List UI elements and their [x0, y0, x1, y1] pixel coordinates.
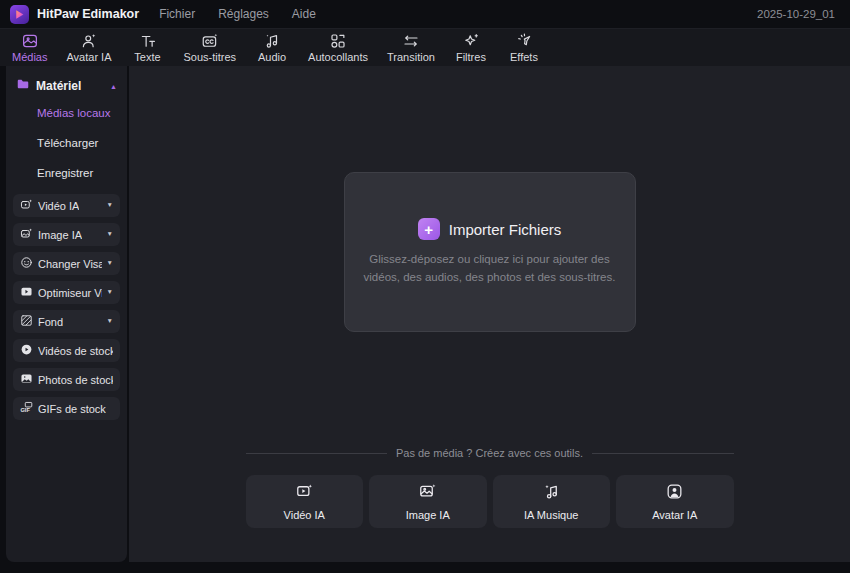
sidebar-item-label: Image IA [38, 229, 82, 241]
media-icon [21, 32, 39, 50]
text-icon [139, 32, 157, 50]
creation-tools-section: Pas de média ? Créez avec ces outils. Vi… [246, 447, 734, 528]
effects-wand-icon [515, 32, 533, 50]
import-plus-button[interactable]: + [418, 218, 440, 240]
svg-text:GIF: GIF [20, 407, 30, 413]
sidebar-item-label: Optimiseur Vi... [38, 287, 102, 299]
plus-icon: + [424, 221, 433, 238]
ai-image-icon [418, 482, 437, 505]
import-files-dropzone[interactable]: + Importer Fichiers Glissez-déposez ou c… [344, 172, 636, 332]
sidebar-item-medias-locaux[interactable]: Médias locaux [13, 98, 120, 128]
divider-line [592, 453, 733, 454]
filters-sparkle-icon [462, 32, 480, 50]
gif-icon: GIF [20, 401, 33, 416]
sidebar-item-enregistrer[interactable]: Enregistrer [13, 158, 120, 188]
tab-avatar-ia[interactable]: Avatar IA [66, 32, 111, 63]
tab-filtres[interactable]: Filtres [454, 32, 488, 63]
transition-arrows-icon [402, 32, 420, 50]
sidebar-item-label: Changer Visa... [38, 258, 102, 270]
sidebar-item-photos-de-stock[interactable]: Photos de stock [13, 368, 120, 391]
menu-reglages[interactable]: Réglages [218, 7, 269, 21]
tool-label: IA Musique [524, 509, 578, 521]
tool-label: Vidéo IA [284, 509, 325, 521]
ai-avatar-icon [665, 482, 684, 505]
tab-label: Texte [134, 51, 160, 63]
media-panel: + Importer Fichiers Glissez-déposez ou c… [129, 66, 850, 562]
tab-label: Audio [258, 51, 286, 63]
tab-transition[interactable]: Transition [387, 32, 435, 63]
divider-line [246, 453, 387, 454]
tab-label: Transition [387, 51, 435, 63]
sidebar-item-label: GIFs de stock [38, 403, 106, 415]
avatar-icon [80, 32, 98, 50]
toolbar: Médias Avatar IA Texte [0, 28, 850, 66]
sidebar-item-label: Vidéos de stock [38, 345, 113, 357]
stock-video-icon [20, 343, 33, 358]
tab-audio[interactable]: Audio [255, 32, 289, 63]
tab-label: Médias [12, 51, 47, 63]
tab-label: Autocollants [308, 51, 368, 63]
tool-video-ia-button[interactable]: Vidéo IA [246, 475, 364, 528]
sidebar-item-materiel[interactable]: Matériel ▲ [13, 74, 120, 98]
stock-photo-icon [20, 372, 33, 387]
tab-label: Sous-titres [184, 51, 237, 63]
sidebar-item-optimiseur-video[interactable]: Optimiseur Vi... ▼ [13, 281, 120, 304]
ai-music-icon [542, 482, 561, 505]
sidebar-item-label: Médias locaux [37, 107, 111, 119]
sidebar-item-telecharger[interactable]: Télécharger [13, 128, 120, 158]
tool-label: Image IA [406, 509, 450, 521]
tab-autocollants[interactable]: Autocollants [308, 32, 368, 63]
sidebar-item-changer-visage[interactable]: Changer Visa... ▼ [13, 252, 120, 275]
tab-sous-titres[interactable]: Sous-titres [184, 32, 237, 63]
tool-avatar-ia-button[interactable]: Avatar IA [616, 475, 734, 528]
sidebar-item-gifs-de-stock[interactable]: GIF GIFs de stock [13, 397, 120, 420]
video-enhancer-icon [20, 285, 33, 300]
tool-image-ia-button[interactable]: Image IA [369, 475, 487, 528]
app-logo-icon [10, 5, 29, 24]
chevron-down-icon: ▼ [107, 231, 113, 238]
sidebar: Matériel ▲ Médias locaux Télécharger Enr… [6, 66, 127, 562]
tool-ia-musique-button[interactable]: IA Musique [493, 475, 611, 528]
tools-divider-label: Pas de média ? Créez avec ces outils. [396, 447, 583, 459]
sidebar-item-label: Télécharger [37, 137, 98, 149]
content-area: Matériel ▲ Médias locaux Télécharger Enr… [0, 66, 850, 573]
sidebar-item-label: Fond [38, 316, 63, 328]
menu-fichier[interactable]: Fichier [159, 7, 195, 21]
tab-medias[interactable]: Médias [12, 32, 47, 63]
sidebar-item-video-ia[interactable]: Vidéo IA ▼ [13, 194, 120, 217]
menu-aide[interactable]: Aide [292, 7, 316, 21]
chevron-down-icon: ▼ [107, 202, 113, 209]
sidebar-item-videos-de-stock[interactable]: Vidéos de stock [13, 339, 120, 362]
sidebar-item-label: Enregistrer [37, 167, 93, 179]
background-pattern-icon [20, 314, 33, 329]
tab-label: Filtres [456, 51, 486, 63]
stickers-icon [329, 32, 347, 50]
ai-video-icon [20, 198, 33, 213]
folder-icon [16, 77, 30, 95]
chevron-up-icon: ▲ [110, 83, 117, 90]
tab-label: Effets [510, 51, 538, 63]
sidebar-item-label: Photos de stock [38, 374, 113, 386]
sidebar-item-label: Matériel [36, 79, 81, 93]
tools-divider: Pas de média ? Créez avec ces outils. [246, 447, 734, 459]
tab-effets[interactable]: Effets [507, 32, 541, 63]
tool-label: Avatar IA [652, 509, 697, 521]
ai-image-icon [20, 227, 33, 242]
titlebar: HitPaw Edimakor Fichier Réglages Aide 20… [0, 0, 850, 28]
chevron-down-icon: ▼ [107, 318, 113, 325]
subtitles-icon [201, 32, 219, 50]
tab-label: Avatar IA [66, 51, 111, 63]
app-title: HitPaw Edimakor [37, 7, 139, 21]
import-description: Glissez-déposez ou cliquez ici pour ajou… [358, 251, 622, 286]
ai-video-icon [295, 482, 314, 505]
audio-note-icon [263, 32, 281, 50]
project-name: 2025-10-29_01 [757, 8, 835, 20]
chevron-down-icon: ▼ [107, 260, 113, 267]
tab-texte[interactable]: Texte [131, 32, 165, 63]
face-swap-icon [20, 256, 33, 271]
sidebar-item-image-ia[interactable]: Image IA ▼ [13, 223, 120, 246]
import-title: Importer Fichiers [449, 221, 562, 238]
chevron-down-icon: ▼ [107, 289, 113, 296]
sidebar-item-fond[interactable]: Fond ▼ [13, 310, 120, 333]
sidebar-item-label: Vidéo IA [38, 200, 79, 212]
